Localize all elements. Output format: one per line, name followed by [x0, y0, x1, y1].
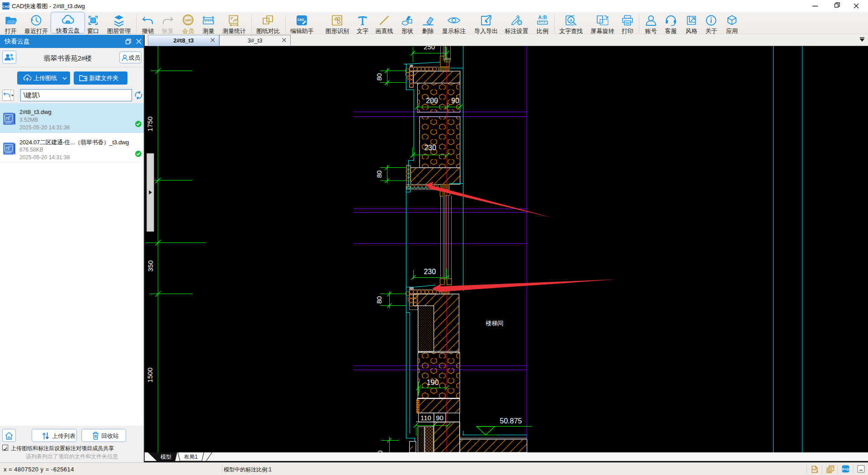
svg-text:1750: 1750: [146, 116, 154, 131]
svg-text:80: 80: [375, 171, 383, 178]
svg-text:CAD: CAD: [2, 5, 9, 9]
svg-text:CAD: CAD: [297, 18, 304, 21]
svg-text:80: 80: [375, 73, 383, 81]
svg-text:模型: 模型: [160, 454, 171, 460]
svg-text:A:B: A:B: [538, 14, 547, 20]
svg-text:200: 200: [426, 97, 438, 104]
svg-text:P+D: P+D: [842, 467, 849, 471]
svg-text:110: 110: [420, 414, 431, 422]
svg-text:230: 230: [424, 144, 436, 152]
svg-text:布局1: 布局1: [184, 454, 198, 460]
svg-text:VIP: VIP: [185, 18, 191, 23]
svg-text:230: 230: [424, 268, 436, 276]
svg-text:PDF: PDF: [812, 468, 817, 471]
svg-text:1500: 1500: [146, 367, 154, 382]
svg-text:350: 350: [146, 260, 154, 271]
svg-text:90: 90: [436, 414, 443, 422]
svg-text:250: 250: [424, 46, 435, 51]
svg-text:90: 90: [451, 97, 459, 104]
svg-text:50.875: 50.875: [500, 417, 522, 425]
svg-text:楼梯间: 楼梯间: [486, 320, 504, 327]
svg-text:80: 80: [375, 296, 383, 304]
svg-text:A: A: [570, 18, 573, 23]
svg-text:PDF: PDF: [829, 466, 834, 469]
svg-text:190: 190: [427, 379, 439, 386]
